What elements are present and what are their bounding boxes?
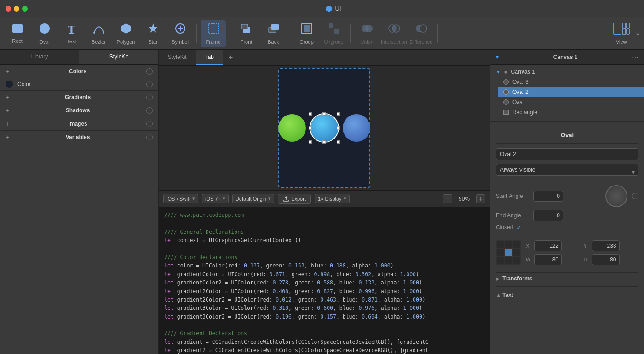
- fullscreen-button[interactable]: [22, 6, 28, 12]
- canvas-add-btn[interactable]: +: [223, 50, 238, 65]
- tab-stylekit[interactable]: StyleKit: [79, 50, 158, 64]
- code-line: let gradient3Color = UIColor(red: 0.318,…: [164, 304, 484, 312]
- grid-cell-bc[interactable]: [505, 256, 513, 265]
- transforms-section[interactable]: ▶ Transforms: [496, 272, 638, 284]
- code-panel[interactable]: //// www.paintcodeapp.com //// General D…: [159, 207, 490, 354]
- ios-version-dropdown[interactable]: iOS 7+: [202, 194, 229, 203]
- y-input[interactable]: [592, 240, 620, 251]
- handle-tl[interactable]: [309, 112, 312, 116]
- shadows-section-header: + Shadows: [0, 104, 158, 117]
- star-tool[interactable]: Star: [140, 20, 166, 47]
- minimize-button[interactable]: [14, 6, 19, 12]
- zoom-out-btn[interactable]: −: [443, 194, 452, 203]
- text-section[interactable]: ▶ Text: [496, 289, 638, 301]
- view-tool[interactable]: View: [609, 20, 634, 47]
- images-add-btn[interactable]: +: [6, 120, 9, 128]
- position-grid[interactable]: [496, 240, 521, 265]
- expand-icon[interactable]: »: [636, 30, 639, 37]
- layer-oval[interactable]: Oval: [498, 97, 644, 107]
- gradients-section-header: + Gradients: [0, 91, 158, 104]
- code-number: 0.694: [362, 313, 378, 320]
- canvas-expand-icon[interactable]: ▾: [496, 54, 499, 60]
- color-radio-btn[interactable]: [146, 81, 153, 87]
- group-tool[interactable]: Group: [294, 20, 319, 47]
- grid-cell-center[interactable]: [505, 249, 513, 257]
- code-line: //// General Declarations: [164, 228, 484, 236]
- code-line: let gradient2Color = UIColor(red: 0.408,…: [164, 287, 484, 296]
- layer-oval2[interactable]: Oval 2: [498, 87, 644, 97]
- grid-cell-ml[interactable]: [496, 249, 505, 257]
- code-number: 0.318: [272, 305, 288, 311]
- bezier-tool[interactable]: Bezier: [86, 20, 111, 47]
- handle-tr[interactable]: [337, 112, 340, 116]
- closed-checkmark[interactable]: ✓: [517, 224, 522, 231]
- end-angle-input[interactable]: [533, 210, 563, 221]
- zoom-in-btn[interactable]: +: [476, 194, 485, 203]
- start-angle-input[interactable]: [533, 191, 563, 202]
- oval-tool[interactable]: Oval: [32, 20, 57, 47]
- layer-oval3[interactable]: Oval 3: [498, 77, 644, 87]
- angle-dial[interactable]: [605, 185, 627, 207]
- bezier-icon: [93, 23, 105, 37]
- handle-bl[interactable]: [309, 140, 312, 144]
- shadows-collapse-btn[interactable]: [146, 107, 153, 114]
- handle-ml[interactable]: [309, 127, 312, 130]
- front-tool[interactable]: Front: [234, 20, 259, 47]
- oval-purple[interactable]: [343, 114, 370, 142]
- w-input-group: W: [526, 254, 581, 265]
- shadows-add-btn[interactable]: +: [6, 107, 9, 114]
- handle-mr[interactable]: [337, 127, 340, 130]
- handle-bc[interactable]: [323, 140, 326, 144]
- code-plain: , green:: [292, 296, 320, 303]
- gradients-add-btn[interactable]: +: [6, 93, 9, 101]
- variables-add-btn[interactable]: +: [6, 133, 9, 141]
- w-input[interactable]: [534, 254, 562, 265]
- grid-cell-bl[interactable]: [496, 256, 505, 265]
- tab-stylekit-canvas[interactable]: StyleKit: [159, 50, 196, 65]
- grid-cell-tr[interactable]: [512, 240, 521, 249]
- grid-cell-mr[interactable]: [512, 249, 521, 257]
- symbol-tool[interactable]: Symbol: [167, 20, 193, 47]
- layer-canvas1[interactable]: ▼ ■ Canvas 1: [490, 67, 644, 77]
- oval-blue-selected[interactable]: [310, 114, 338, 142]
- difference-tool[interactable]: Difference: [408, 20, 434, 47]
- name-input[interactable]: [496, 148, 638, 160]
- platform-dropdown[interactable]: iOS › Swift: [163, 194, 198, 203]
- text-tool[interactable]: T Text: [59, 20, 84, 47]
- colors-collapse-btn[interactable]: [146, 68, 153, 75]
- oval-green[interactable]: [278, 114, 306, 142]
- layer-rectangle[interactable]: Rectangle: [498, 107, 644, 117]
- title-bar: UI: [0, 0, 644, 17]
- ungroup-tool[interactable]: Ungroup: [321, 20, 346, 47]
- svg-rect-15: [329, 23, 334, 28]
- svg-rect-25: [622, 23, 626, 28]
- grid-cell-tl[interactable]: [496, 240, 505, 249]
- frame-tool[interactable]: Frame: [201, 20, 226, 47]
- tab-tab-canvas[interactable]: Tab: [196, 50, 223, 65]
- handle-tc[interactable]: [323, 112, 326, 116]
- display-dropdown[interactable]: 1× Display: [315, 194, 350, 203]
- rect-tool[interactable]: Rect: [5, 20, 30, 47]
- grid-cell-br[interactable]: [512, 256, 521, 265]
- images-collapse-btn[interactable]: [146, 121, 153, 127]
- grid-cell-tc[interactable]: [505, 240, 513, 249]
- polygon-tool[interactable]: Polygon: [113, 20, 138, 47]
- back-tool[interactable]: Back: [261, 20, 286, 47]
- origin-dropdown[interactable]: Default Origin: [232, 194, 274, 203]
- handle-br[interactable]: [337, 140, 340, 144]
- union-tool[interactable]: Union: [354, 20, 380, 47]
- variables-collapse-btn[interactable]: [146, 134, 153, 140]
- code-plain: , blue:: [333, 279, 358, 286]
- gradients-collapse-btn[interactable]: [146, 94, 153, 100]
- canvas-area[interactable]: [159, 66, 490, 190]
- h-input[interactable]: [592, 254, 620, 265]
- code-comment: //// Color Declarations: [164, 254, 237, 261]
- visibility-select[interactable]: Always VisibleNever VisibleBased on Vari…: [496, 164, 638, 176]
- intersection-tool[interactable]: Intersection: [381, 20, 407, 47]
- x-input[interactable]: [534, 240, 562, 251]
- export-button[interactable]: Export: [278, 194, 311, 204]
- panel-settings-icon[interactable]: ⋯: [632, 53, 638, 61]
- tab-library[interactable]: Library: [0, 50, 79, 64]
- colors-add-btn[interactable]: +: [6, 68, 9, 75]
- close-button[interactable]: [6, 6, 11, 12]
